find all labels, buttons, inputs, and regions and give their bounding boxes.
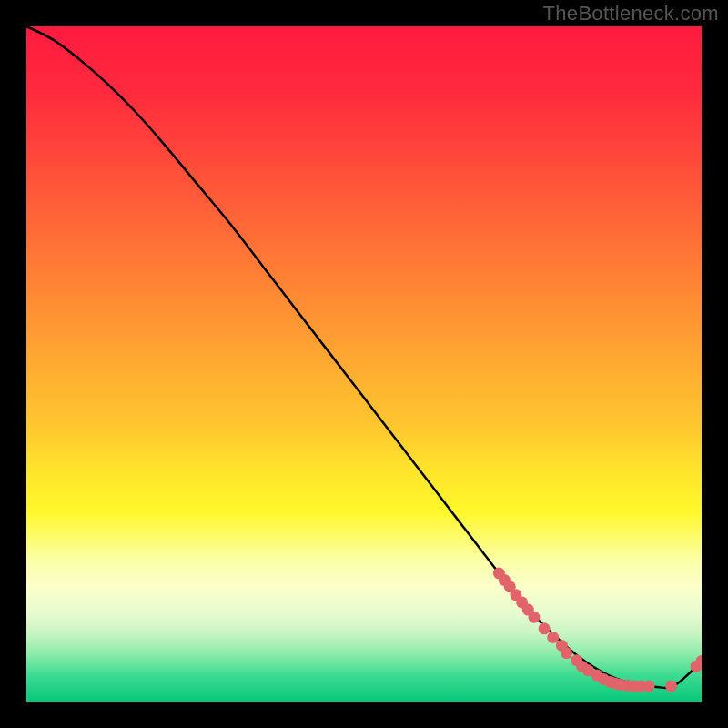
data-point [528, 612, 540, 623]
data-point [561, 647, 572, 659]
chart-svg [26, 26, 702, 702]
gradient-background [26, 26, 702, 702]
data-point [665, 680, 677, 692]
plot-area [26, 26, 702, 702]
data-point [539, 622, 551, 634]
data-point [643, 680, 655, 692]
chart-stage: TheBottleneck.com [0, 0, 728, 728]
data-point [547, 632, 559, 643]
watermark-text: TheBottleneck.com [543, 2, 719, 25]
